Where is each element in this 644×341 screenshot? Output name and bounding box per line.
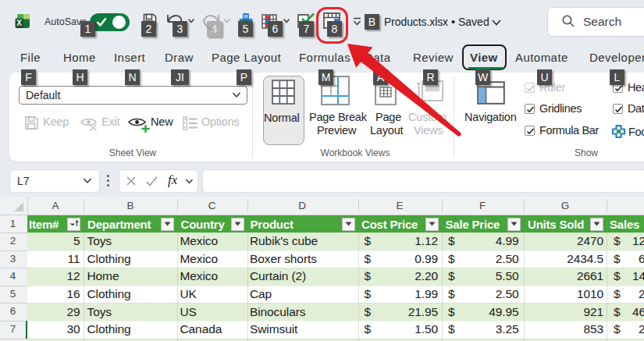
svg-text:X: X (16, 19, 22, 27)
